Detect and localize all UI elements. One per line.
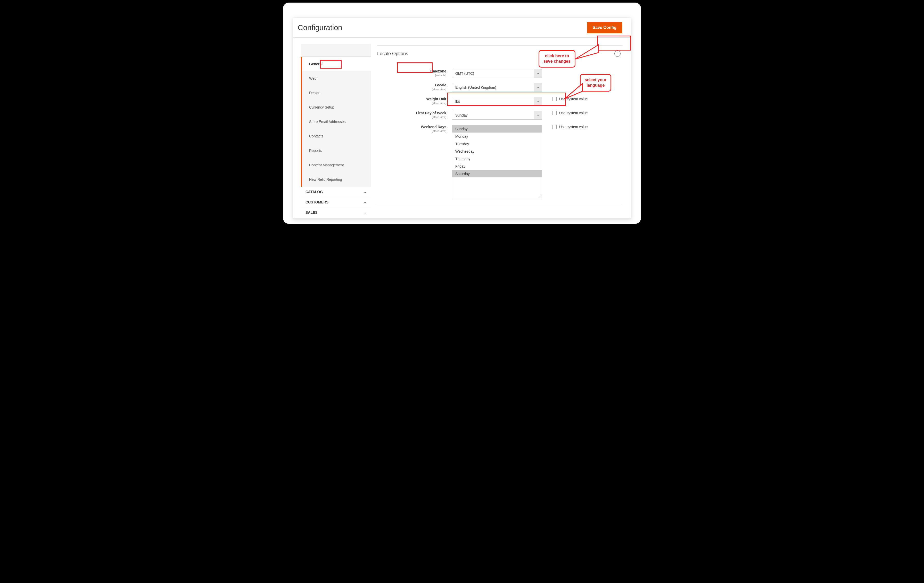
callout-save-changes: click here to save changes bbox=[539, 50, 576, 68]
callout-select-language: select your language bbox=[580, 74, 611, 91]
field-label-weekend-days: Weekend Days bbox=[377, 125, 446, 129]
admin-window: Configuration Save Config General Web De… bbox=[293, 18, 631, 219]
collapse-icon[interactable]: ⌃ bbox=[614, 51, 620, 57]
caret-down-icon: ▼ bbox=[534, 69, 542, 78]
select-value: English (United Kingdom) bbox=[455, 85, 496, 89]
sidebar-group-label: CATALOG bbox=[305, 190, 323, 194]
use-system-value-checkbox[interactable] bbox=[553, 111, 557, 115]
caret-down-icon: ▼ bbox=[534, 83, 542, 91]
page-title: Configuration bbox=[298, 23, 342, 32]
save-config-button[interactable]: Save Config bbox=[587, 22, 622, 33]
sidebar-item-currency-setup[interactable]: Currency Setup bbox=[302, 100, 371, 114]
sidebar-item-web[interactable]: Web bbox=[302, 71, 371, 86]
annotation-box-locale-options bbox=[397, 63, 432, 73]
callout-arrow-icon bbox=[575, 44, 598, 59]
field-scope: [website] bbox=[377, 74, 446, 77]
chevron-down-icon: ⌄ bbox=[364, 200, 366, 204]
resize-handle-icon[interactable] bbox=[539, 195, 541, 198]
caret-down-icon: ▼ bbox=[534, 111, 542, 119]
callout-arrow-icon bbox=[564, 84, 582, 99]
svg-marker-0 bbox=[575, 45, 598, 59]
multiselect-option[interactable]: Friday bbox=[452, 162, 542, 170]
multiselect-option[interactable]: Thursday bbox=[452, 155, 542, 162]
sidebar-group-label: CUSTOMERS bbox=[305, 200, 328, 204]
sidebar-item-content-management[interactable]: Content Management bbox=[302, 158, 371, 172]
locale-select[interactable]: English (United Kingdom) ▼ bbox=[452, 83, 542, 92]
multiselect-option[interactable]: Wednesday bbox=[452, 147, 542, 155]
section-title-locale-options[interactable]: Locale Options bbox=[377, 51, 408, 56]
sidebar-item-store-email-addresses[interactable]: Store Email Addresses bbox=[302, 114, 371, 129]
sidebar-item-contacts[interactable]: Contacts bbox=[302, 129, 371, 144]
first-day-of-week-select[interactable]: Sunday ▼ bbox=[452, 111, 542, 120]
sidebar-group-label: SALES bbox=[305, 210, 318, 215]
sidebar-item-reports[interactable]: Reports bbox=[302, 144, 371, 158]
field-label-weight-unit: Weight Unit bbox=[377, 97, 446, 101]
chevron-down-icon: ⌄ bbox=[364, 211, 366, 214]
sidebar-item-new-relic-reporting[interactable]: New Relic Reporting bbox=[302, 172, 371, 187]
sidebar-item-design[interactable]: Design bbox=[302, 86, 371, 100]
chevron-down-icon: ⌄ bbox=[364, 190, 366, 194]
use-system-value-label: Use system value bbox=[559, 111, 587, 115]
annotation-box-save-button bbox=[597, 36, 631, 51]
select-value: GMT (UTC) bbox=[455, 71, 474, 76]
use-system-value-label: Use system value bbox=[559, 125, 587, 129]
sidebar-header-blank bbox=[301, 44, 371, 57]
annotation-box-general bbox=[320, 60, 342, 69]
field-label-locale: Locale bbox=[377, 83, 446, 87]
multiselect-option[interactable]: Tuesday bbox=[452, 140, 542, 147]
field-scope: [store view] bbox=[377, 102, 446, 105]
annotation-box-locale-field bbox=[447, 92, 566, 106]
multiselect-option[interactable]: Monday bbox=[452, 132, 542, 140]
field-scope: [store view] bbox=[377, 88, 446, 91]
select-value: Sunday bbox=[455, 113, 467, 117]
multiselect-option[interactable]: Saturday bbox=[452, 170, 542, 177]
timezone-select[interactable]: GMT (UTC) ▼ bbox=[452, 69, 542, 78]
sidebar-group-customers[interactable]: CUSTOMERS ⌄ bbox=[301, 197, 371, 207]
weekend-days-multiselect[interactable]: Sunday Monday Tuesday Wednesday Thursday… bbox=[452, 125, 542, 198]
field-scope: [store view] bbox=[377, 116, 446, 119]
field-scope: [store view] bbox=[377, 129, 446, 132]
multiselect-option[interactable]: Sunday bbox=[452, 125, 542, 132]
field-label-first-day: First Day of Week bbox=[377, 111, 446, 115]
sidebar-group-catalog[interactable]: CATALOG ⌄ bbox=[301, 187, 371, 197]
use-system-value-checkbox[interactable] bbox=[553, 125, 557, 129]
svg-marker-1 bbox=[564, 84, 582, 99]
sidebar-group-sales[interactable]: SALES ⌄ bbox=[301, 207, 371, 218]
